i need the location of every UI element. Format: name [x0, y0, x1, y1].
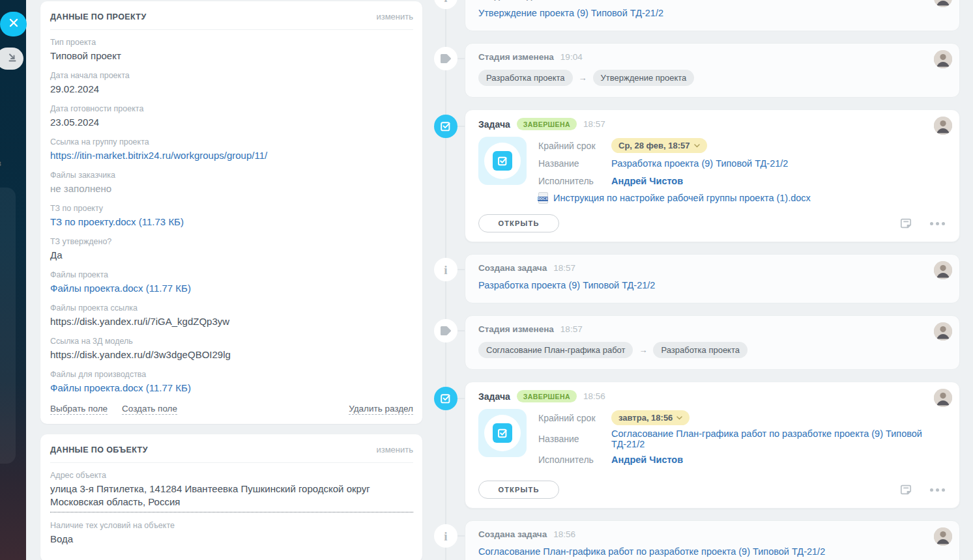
name-label: Название: [538, 434, 611, 444]
timeline-entry: ЗадачаЗАВЕРШЕНА18:57Крайний срокСр, 28 ф…: [465, 109, 960, 242]
stage-to-pill: Утверждение проекта: [593, 70, 695, 86]
deadline-label: Крайний срок: [538, 141, 611, 151]
edit-section-button[interactable]: изменить: [376, 12, 413, 21]
task-card: ЗадачаЗАВЕРШЕНА18:56Крайний срокзавтра, …: [465, 382, 960, 509]
stage-changed-card: Стадия изменена18:57Согласование План-гр…: [465, 315, 960, 370]
field-label: Наличие тех условий на объекте: [50, 521, 413, 531]
task-name-link[interactable]: Разработка проекта (9) Типовой ТД-21/2: [611, 158, 788, 169]
avatar[interactable]: [934, 322, 952, 341]
deadline-pill[interactable]: завтра, 18:56: [611, 410, 690, 425]
field-ТЗ утверждено?: ТЗ утверждено?Да: [50, 237, 413, 262]
card-header: ЗадачаЗАВЕРШЕНА18:57: [478, 118, 946, 130]
deadline-row: Крайний срокзавтра, 18:56: [538, 410, 946, 425]
task-created-card: Создана задача19:04Утверждение проекта (…: [465, 0, 960, 31]
timeline-entry-icon: [434, 387, 457, 410]
task-check-icon: [440, 120, 452, 132]
entry-timestamp: 18:57: [553, 263, 575, 273]
avatar[interactable]: [934, 389, 952, 407]
timeline-connector: [457, 330, 465, 331]
entry-timestamp: 18:57: [583, 119, 605, 129]
avatar[interactable]: [934, 0, 952, 7]
timeline-stream: iСоздана задача19:04Утверждение проекта …: [422, 0, 973, 560]
page-backdrop: в: [0, 0, 26, 560]
user-photo: [934, 389, 952, 407]
task-created-card: Создана задача18:57Разработка проекта (9…: [465, 254, 960, 303]
field-value: 29.02.2024: [50, 83, 413, 96]
field-label: Дата готовности проекта: [50, 104, 413, 114]
field-label: ТЗ по проекту: [50, 204, 413, 214]
field-value-link[interactable]: https://itin-market.bitrix24.ru/workgrou…: [50, 149, 413, 162]
note-icon[interactable]: [900, 484, 912, 496]
deadline-label: Крайний срок: [538, 413, 611, 423]
user-photo: [934, 322, 952, 341]
stage-from-pill: Разработка проекта: [478, 70, 573, 86]
stage-icon: [440, 326, 452, 336]
field-value-link[interactable]: ТЗ по проекту.docx (11.73 КБ): [50, 216, 413, 229]
field-Адрес объекта: Адрес объектаулица 3-я Пятилетка, 141284…: [50, 471, 413, 512]
assignee-label: Исполнитель: [538, 176, 611, 186]
note-icon: [900, 484, 912, 496]
entry-timestamp: 19:04: [553, 0, 575, 1]
field-Файлы для производства: Файлы для производстваФайлы проекта.docx…: [50, 370, 413, 395]
open-task-button[interactable]: ОТКРЫТЬ: [478, 214, 559, 232]
object-fields-list: Адрес объектаулица 3-я Пятилетка, 141284…: [50, 471, 413, 546]
task-fields: Крайний срокСр, 28 фев, 18:57НазваниеРаз…: [538, 137, 946, 204]
more-actions-button[interactable]: [927, 488, 945, 492]
stage-to-pill: Разработка проекта: [653, 342, 748, 358]
avatar[interactable]: [934, 527, 952, 546]
entry-timestamp: 18:56: [583, 391, 605, 401]
card-header: Создана задача18:57: [478, 263, 946, 273]
assignee-link[interactable]: Андрей Чистов: [611, 176, 683, 186]
assignee-label: Исполнитель: [538, 455, 611, 465]
avatar[interactable]: [934, 261, 952, 279]
task-link[interactable]: Утверждение проекта (9) Типовой ТД-21/2: [478, 7, 946, 20]
deadline-pill[interactable]: Ср, 28 фев, 18:57: [611, 138, 707, 153]
status-badge: ЗАВЕРШЕНА: [517, 390, 577, 402]
more-actions-button[interactable]: [927, 222, 945, 225]
task-thumbnail-circle: [484, 415, 521, 451]
entry-title: Создана задача: [478, 263, 547, 273]
field-value-link[interactable]: Файлы проекта.docx (11.77 КБ): [50, 382, 413, 395]
field-value: 23.05.2024: [50, 116, 413, 129]
delete-section-button[interactable]: Удалить раздел: [349, 403, 413, 415]
edit-section-button[interactable]: изменить: [376, 445, 413, 455]
field-value: Да: [50, 249, 413, 262]
entry-timestamp: 18:56: [553, 529, 575, 539]
stage-changed-card: Стадия изменена19:04Разработка проекта→У…: [465, 43, 960, 98]
avatar[interactable]: [934, 50, 952, 68]
field-value-link[interactable]: Файлы проекта.docx (11.77 КБ): [50, 282, 413, 295]
field-Файлы заказчика: Файлы заказчикане заполнено: [50, 171, 413, 195]
slider-close-button[interactable]: [0, 12, 27, 36]
timeline-entry-icon: i: [434, 0, 457, 9]
assignee-link[interactable]: Андрей Чистов: [611, 455, 683, 465]
timeline-entry-icon: [434, 47, 457, 70]
task-name-row: НазваниеРазработка проекта (9) Типовой Т…: [538, 156, 946, 171]
entry-title: Стадия изменена: [478, 52, 554, 62]
note-icon[interactable]: [900, 217, 912, 229]
user-photo: [934, 527, 952, 546]
slider-collapse-button[interactable]: [0, 48, 23, 70]
avatar[interactable]: [934, 117, 952, 135]
task-body: Крайний срокСр, 28 фев, 18:57НазваниеРаз…: [478, 137, 946, 204]
entry-title: Задача: [478, 391, 510, 402]
open-task-button[interactable]: ОТКРЫТЬ: [478, 481, 559, 499]
field-Файлы проекта ссылка: Файлы проекта ссылкаhttps://disk.yandex.…: [50, 303, 413, 328]
select-field-button[interactable]: Выбрать поле: [50, 403, 108, 415]
check-icon: [497, 156, 508, 167]
create-field-button[interactable]: Создать поле: [122, 403, 177, 415]
timeline-entry-icon: [434, 115, 457, 138]
entity-detail-column: ДАННЫЕ ПО ПРОЕКТУ изменить Тип проектаТи…: [40, 1, 422, 560]
task-card: ЗадачаЗАВЕРШЕНА18:57Крайний срокСр, 28 ф…: [465, 109, 960, 242]
file-link[interactable]: Инструкция по настройке рабочей группы п…: [553, 193, 811, 203]
user-photo: [934, 261, 952, 279]
field-label: Файлы проекта ссылка: [50, 303, 413, 313]
timeline-entry: Стадия изменена19:04Разработка проекта→У…: [465, 43, 960, 98]
field-label: Файлы для производства: [50, 370, 413, 380]
timeline-connector: [457, 126, 465, 127]
task-link[interactable]: Согласование План-графика работ по разра…: [478, 546, 946, 558]
timeline-entry-icon: i: [434, 524, 457, 548]
attached-file-row: DOCXИнструкция по настройке рабочей груп…: [538, 192, 946, 204]
task-name-link[interactable]: Согласование План-графика работ по разра…: [611, 428, 946, 449]
task-link[interactable]: Разработка проекта (9) Типовой ТД-21/2: [478, 279, 946, 292]
task-body: Крайний срокзавтра, 18:56НазваниеСогласо…: [478, 409, 946, 470]
